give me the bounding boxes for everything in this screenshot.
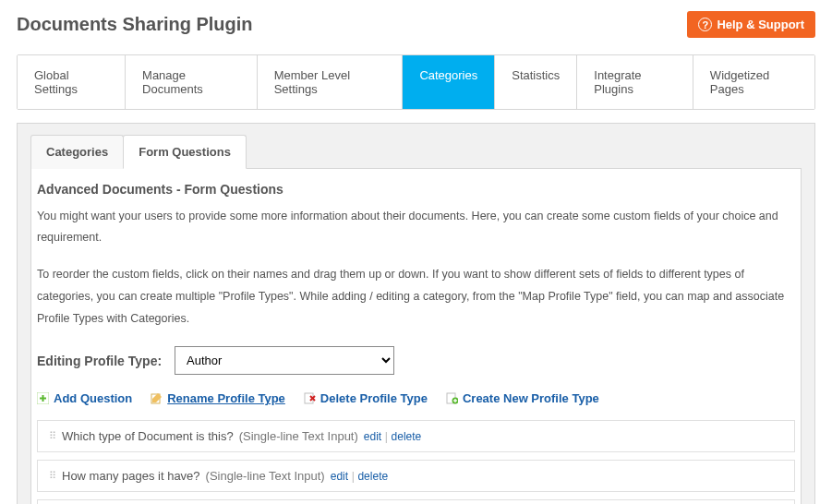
separator: |	[385, 430, 388, 443]
delete-profile-type-label: Delete Profile Type	[320, 391, 428, 405]
field-label: Which type of Document is this?	[62, 429, 234, 443]
tab-manage-documents[interactable]: Manage Documents	[126, 55, 258, 109]
field-type: (Single-line Text Input)	[206, 469, 325, 483]
tab-statistics[interactable]: Statistics	[495, 55, 577, 109]
sub-tabs: Categories Form Questions	[30, 135, 802, 169]
field-row[interactable]: ⠿ Which type of Document is this? (Singl…	[37, 420, 795, 452]
field-edit-link[interactable]: edit	[331, 470, 348, 483]
subtab-categories[interactable]: Categories	[30, 135, 124, 169]
tab-global-settings[interactable]: Global Settings	[18, 55, 126, 109]
content-panel: Categories Form Questions Advanced Docum…	[17, 123, 815, 504]
field-delete-link[interactable]: delete	[392, 430, 422, 443]
add-question-link[interactable]: Add Question	[37, 391, 132, 405]
tab-categories[interactable]: Categories	[403, 55, 495, 109]
delete-icon	[304, 392, 316, 404]
field-delete-link[interactable]: delete	[357, 470, 388, 483]
add-question-label: Add Question	[54, 391, 132, 405]
section-title: Advanced Documents - Form Questions	[37, 182, 795, 197]
new-icon	[446, 392, 458, 404]
tab-integrate-plugins[interactable]: Integrate Plugins	[577, 55, 693, 109]
page-title: Documents Sharing Plugin	[17, 14, 253, 35]
question-circle-icon: ?	[698, 18, 712, 31]
profile-type-select[interactable]: Author	[175, 346, 394, 375]
rename-profile-type-link[interactable]: Rename Profile Type	[151, 391, 285, 405]
help-support-button[interactable]: ? Help & Support	[687, 11, 815, 38]
profile-type-label: Editing Profile Type:	[37, 354, 162, 368]
field-edit-link[interactable]: edit	[364, 430, 381, 443]
pencil-icon	[151, 392, 163, 404]
tab-member-level-settings[interactable]: Member Level Settings	[258, 55, 404, 109]
drag-handle-icon[interactable]: ⠿	[49, 430, 56, 442]
separator: |	[352, 470, 355, 483]
rename-profile-type-label: Rename Profile Type	[167, 391, 285, 405]
field-type: (Single-line Text Input)	[239, 429, 358, 443]
subtab-form-questions[interactable]: Form Questions	[123, 135, 247, 169]
delete-profile-type-link[interactable]: Delete Profile Type	[304, 391, 428, 405]
tab-widgetized-pages[interactable]: Widgetized Pages	[693, 55, 814, 109]
field-row[interactable]: ⠿ How many pages it have? (Single-line T…	[37, 499, 795, 504]
help-support-label: Help & Support	[717, 18, 804, 31]
create-profile-type-label: Create New Profile Type	[463, 391, 599, 405]
field-label: How many pages it have?	[62, 469, 200, 483]
main-tabs: Global Settings Manage Documents Member …	[17, 54, 815, 110]
section-desc-2: To reorder the custom fields, click on t…	[37, 264, 795, 330]
create-profile-type-link[interactable]: Create New Profile Type	[446, 391, 599, 405]
field-row[interactable]: ⠿ How many pages it have? (Single-line T…	[37, 460, 795, 492]
drag-handle-icon[interactable]: ⠿	[49, 470, 56, 482]
plus-icon	[37, 392, 49, 404]
section-desc-1: You might want your users to provide som…	[37, 206, 795, 247]
